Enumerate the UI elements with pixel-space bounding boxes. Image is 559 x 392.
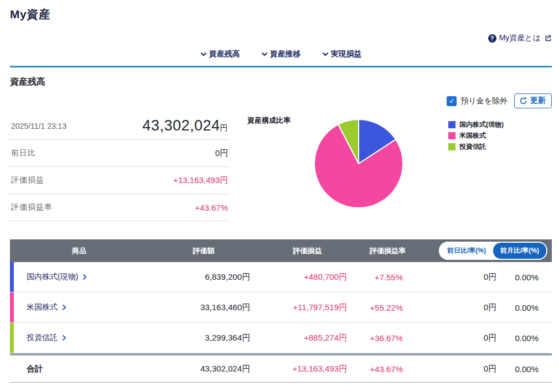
section-divider <box>10 66 552 67</box>
day-change-value: 0円 <box>215 148 228 159</box>
chevron-down-icon <box>200 52 207 56</box>
external-link-icon <box>544 34 552 42</box>
col-header-pl: 評価損益 <box>259 246 356 256</box>
table-row-domestic-stock: 国内株式(現物) 6,839,200円 +480,700円 +7.55% 0円 … <box>10 262 552 292</box>
as-of-timestamp: 2025/11/1 23:13 <box>11 122 66 130</box>
cell-total-mom: 0円 <box>420 364 505 374</box>
pie-chart-title: 資産構成比率 <box>247 116 291 126</box>
total-label: 合計 <box>10 364 148 374</box>
refresh-icon <box>519 97 527 105</box>
total-asset-value: 43,302,024円 <box>142 117 228 134</box>
unrealized-pl-value: +13,163,493円 <box>173 175 228 186</box>
cell-total-mom-rate: 0.00% <box>505 364 552 374</box>
about-my-assets-label: My資産とは <box>499 33 541 43</box>
chevron-right-icon <box>62 334 66 341</box>
cell-mom-rate: 0.00% <box>505 273 552 282</box>
chevron-down-icon <box>322 52 329 56</box>
table-row-mutual-fund: 投資信託 3,299,364円 +885,274円 +36.67% 0円 0.0… <box>10 323 552 353</box>
summary-row-unrealized-pl-rate: 評価損益率 +43.67% <box>7 194 229 221</box>
legend-swatch <box>448 121 456 128</box>
about-my-assets-link[interactable]: ? My資産とは <box>488 33 552 43</box>
legend-item-domestic-stock: 国内株式(現物) <box>448 120 504 129</box>
cell-mom-rate: 0.00% <box>505 303 552 312</box>
cell-pl: +11,797,519円 <box>259 302 356 313</box>
cell-total-value: 43,302,024円 <box>148 364 259 374</box>
period-toggle-group: 前日比/率(%) 前月比/率(%) <box>439 242 547 260</box>
cell-mom: 0円 <box>420 302 505 313</box>
nav-link-realized-pl[interactable]: 実現損益 <box>322 49 362 59</box>
toggle-month-change[interactable]: 前月比/率(%) <box>493 243 546 259</box>
col-header-pl-rate: 評価損益率 <box>356 246 420 256</box>
balance-summary: 2025/11/1 23:13 43,302,024円 前日比 0円 評価損益 … <box>7 112 229 221</box>
chevron-down-icon <box>261 52 268 56</box>
cell-mom: 0円 <box>420 272 505 283</box>
balance-controls: ✓ 預り金を除外 更新 <box>447 93 552 108</box>
period-toggle: 前日比/率(%) 前月比/率(%) <box>420 242 552 260</box>
nav-link-asset-balance[interactable]: 資産残高 <box>200 49 240 59</box>
cell-pl-rate: +36.67% <box>356 333 420 343</box>
checkbox-checked-icon: ✓ <box>447 96 457 106</box>
col-header-product: 商品 <box>10 246 148 256</box>
cell-total-pl: +13,163,493円 <box>259 364 356 374</box>
col-header-value: 評価額 <box>148 246 259 256</box>
exclude-deposit-checkbox[interactable]: ✓ 預り金を除外 <box>447 96 508 106</box>
legend-swatch <box>448 143 456 150</box>
summary-row-day-change: 前日比 0円 <box>7 140 229 167</box>
cell-mom-rate: 0.00% <box>505 333 552 343</box>
section-title: 資産残高 <box>10 76 552 88</box>
table-header-row: 商品 評価額 評価損益 評価損益率 前日比/率(%) 前月比/率(%) <box>10 239 552 262</box>
cell-pl-rate: +7.55% <box>356 273 420 282</box>
chevron-right-icon <box>82 274 87 280</box>
nav-link-asset-trend[interactable]: 資産推移 <box>261 49 301 59</box>
cell-value: 33,163,460円 <box>148 302 259 313</box>
us-stock-link[interactable]: 米国株式 <box>27 302 66 312</box>
mutual-fund-link[interactable]: 投資信託 <box>27 333 66 343</box>
refresh-button[interactable]: 更新 <box>514 93 552 108</box>
category-color-bar <box>10 323 14 353</box>
summary-row-unrealized-pl: 評価損益 +13,163,493円 <box>7 167 229 194</box>
cell-total-pl-rate: +43.67% <box>356 364 420 374</box>
cell-pl-rate: +55.22% <box>356 303 420 312</box>
legend-item-us-stock: 米国株式 <box>448 131 504 140</box>
cell-mom: 0円 <box>420 333 505 343</box>
summary-total-row: 2025/11/1 23:13 43,302,024円 <box>7 112 229 140</box>
chevron-right-icon <box>62 304 66 311</box>
asset-breakdown-table: 商品 評価額 評価損益 評価損益率 前日比/率(%) 前月比/率(%) 国内株式… <box>10 239 552 383</box>
legend-item-mutual-fund: 投資信託 <box>448 142 504 151</box>
table-row-us-stock: 米国株式 33,163,460円 +11,797,519円 +55.22% 0円… <box>10 292 552 323</box>
my-assets-page: My資産 ? My資産とは 資産残高 資産推移 実現損益 資産残高 <box>0 0 559 392</box>
legend-swatch <box>448 132 456 139</box>
unrealized-pl-rate-value: +43.67% <box>195 203 228 212</box>
anchor-nav: 資産残高 資産推移 実現損益 <box>10 48 552 61</box>
toggle-day-change[interactable]: 前日比/率(%) <box>440 243 493 259</box>
category-color-bar <box>10 292 14 322</box>
cell-value: 6,839,200円 <box>148 272 259 283</box>
table-row-total: 合計 43,302,024円 +13,163,493円 +43.67% 0円 0… <box>10 356 552 382</box>
cell-pl: +480,700円 <box>259 272 356 283</box>
cell-value: 3,299,364円 <box>148 333 259 343</box>
pie-legend: 国内株式(現物) 米国株式 投資信託 <box>448 120 504 151</box>
help-row: ? My資産とは <box>10 31 552 45</box>
asset-composition-pie-chart <box>312 117 406 213</box>
cell-pl: +885,274円 <box>259 333 356 343</box>
domestic-stock-link[interactable]: 国内株式(現物) <box>27 272 87 282</box>
page-title: My資産 <box>10 0 552 22</box>
balance-area: ✓ 預り金を除外 更新 2025/11/1 23:13 43,302,024円 … <box>10 88 552 233</box>
refresh-label: 更新 <box>530 96 546 106</box>
help-icon: ? <box>488 34 496 43</box>
category-color-bar <box>10 262 14 292</box>
exclude-deposit-label: 預り金を除外 <box>460 96 508 106</box>
